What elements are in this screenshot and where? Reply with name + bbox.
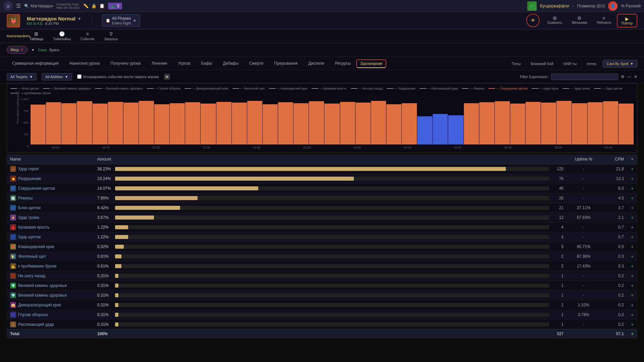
expand-btn-1[interactable]: + [627, 174, 637, 184]
table-row: 🩸 Кровавая ярость 1.22% 4 - 0.7 + [7, 223, 637, 232]
expand-btn-13[interactable]: + [627, 291, 637, 300]
expand-btn-14[interactable]: + [627, 300, 637, 310]
total-expand[interactable]: + [627, 329, 637, 339]
chart-close-icon[interactable]: ✕ [634, 74, 637, 79]
ability-filter[interactable]: All Abilities ▼ [42, 73, 72, 80]
expand-btn-9[interactable]: + [627, 252, 637, 261]
bar-7 [139, 101, 154, 144]
spell-icon-devastate: 💥 [10, 176, 16, 182]
spell-battle-shout[interactable]: Командирский крик [18, 244, 54, 249]
expand-btn-3[interactable]: + [627, 193, 637, 203]
tab-resources[interactable]: Ресурсы [330, 58, 356, 69]
tab-debuffs[interactable]: Дебафы [218, 58, 244, 69]
spell-health-stone-1[interactable]: Великий камень здоровья [18, 283, 67, 288]
tab-healing[interactable]: Лечение [146, 58, 173, 69]
phase-selector[interactable]: 📋 All Phases Entire Fight ▼ [102, 14, 141, 27]
filter-gear-icon[interactable]: ⚙ [621, 74, 625, 79]
lock-icon[interactable]: 🔒 [91, 3, 97, 8]
pill-peter[interactable]: петер [583, 60, 600, 67]
spell-no-retreat[interactable]: Ни шагу назад [18, 274, 45, 278]
target-filter[interactable]: All Targets ▼ [7, 73, 37, 80]
spell-shield-block[interactable]: Блок щитом [18, 205, 41, 210]
compare-button[interactable]: ⊞ Сравнить [543, 14, 566, 27]
spell-icon-shield-slam: 🛡 [10, 185, 16, 191]
mechanics-button[interactable]: ⚙ Механики [568, 14, 591, 27]
player-tag-remove[interactable]: ✕ [20, 47, 24, 52]
bar-26 [433, 114, 448, 144]
spell-devastate[interactable]: Разрушение [18, 176, 41, 181]
ignore-deaths-label[interactable]: Игнорировать события после смерти игрока [77, 74, 159, 79]
replay-button[interactable]: ▶ Повтор [617, 14, 637, 27]
spell-blood-rage[interactable]: Кровавая ярость [18, 225, 50, 230]
lang-selector[interactable]: % Русский [621, 4, 641, 8]
queries-button[interactable]: ⚲ Запросы [100, 30, 122, 42]
tables-button[interactable]: ⊞ Таблицы [25, 30, 47, 42]
boss-dropdown[interactable]: ▼ [77, 16, 82, 21]
filter-expression-input[interactable] [551, 73, 618, 80]
expand-btn-7[interactable]: + [627, 232, 637, 242]
bar-33 [541, 103, 556, 144]
legend-demoralizing: — Деморализующий крик [184, 87, 228, 90]
spell-revenge[interactable]: Реванш [18, 196, 33, 200]
pill-nii[interactable]: НИИ ты [559, 60, 580, 67]
events-button[interactable]: ≡ События [76, 30, 98, 42]
filter-dropdown[interactable]: ▼ [31, 48, 35, 52]
table-row: 📣 Командирский крик 0.92% 3 95.71% 0.5 + [7, 242, 637, 252]
spell-demoralizing[interactable]: Деморализующий крик [18, 303, 61, 307]
tab-damage-done[interactable]: Нанесено урона [64, 58, 105, 69]
ally-filter[interactable]: Свои [38, 48, 47, 52]
spell-thunder-clap[interactable]: Удар грома [18, 215, 39, 220]
expand-btn-6[interactable]: + [627, 223, 637, 232]
expand-btn-15[interactable]: + [627, 310, 637, 320]
tab-deaths[interactable]: Смерти [244, 58, 269, 69]
expand-btn-16[interactable]: + [627, 320, 637, 329]
share-icon[interactable]: 📋 [99, 3, 105, 8]
chart-legend: — Блок щитом — Великий камень здоровья —… [10, 87, 634, 95]
tab-summary[interactable]: Суммарная информация [7, 58, 64, 69]
spell-shield-bash[interactable]: Удар щитом [18, 235, 41, 239]
expand-btn-4[interactable]: + [627, 203, 637, 213]
expand-btn-10[interactable]: + [627, 261, 637, 271]
filter-right: Filter Expression: ⚙ — ✕ [520, 73, 637, 80]
expand-btn-5[interactable]: + [627, 213, 637, 223]
player-tag[interactable]: Феш ✕ [7, 46, 28, 54]
pill-pets[interactable]: Петы [508, 60, 525, 67]
tab-interrupts[interactable]: Прерывания [269, 58, 303, 69]
expand-btn-12[interactable]: + [627, 281, 637, 291]
spell-armor-pen[interactable]: к пробиванию брони [18, 264, 56, 268]
twitch-button[interactable]: 📺 5 [108, 3, 122, 9]
sep1 [23, 32, 24, 41]
spell-iron-shield[interactable]: Железный щит [18, 254, 46, 259]
edit-icon[interactable]: ✏️ [83, 3, 89, 8]
cast-by-spell-dropdown[interactable]: Cast By Spell ▼ [603, 60, 637, 67]
tab-threat[interactable]: Угроза [173, 58, 196, 69]
spell-cleave[interactable]: Рассекающий удар [18, 322, 54, 327]
analyze-button[interactable]: 👁 [526, 14, 540, 27]
pill-melee[interactable]: Ближний бой [527, 60, 557, 67]
spell-health-stone-2[interactable]: Великий камень здоровья [18, 293, 67, 298]
enemy-filter[interactable]: Враги [49, 48, 59, 52]
tab-dispels[interactable]: Диспели [303, 58, 329, 69]
tab-buffs[interactable]: Бафы [196, 58, 218, 69]
expand-btn-0[interactable]: + [627, 164, 637, 174]
expand-btn-2[interactable]: + [627, 184, 637, 193]
ignore-deaths-checkbox[interactable] [77, 74, 82, 79]
spell-icon-health-stone-1: 💎 [10, 283, 16, 289]
expand-btn-8[interactable]: + [627, 242, 637, 252]
spell-icon-deaf-defense: 🛡 [10, 312, 16, 318]
report-header: 👹 Магтеридон Normal ▼ Kill (5:43) 8:16 P… [0, 12, 644, 29]
search-bar[interactable]: 🔍 Магтеридон [24, 4, 53, 8]
filter-color-swatch[interactable]: ▣ [164, 74, 170, 80]
spell-deaf-defense[interactable]: Глухая оборона [18, 312, 48, 317]
ratings-button[interactable]: ≡ Рейтинги [593, 14, 615, 27]
tab-spells[interactable]: Заклинания [356, 59, 386, 68]
spell-shield-slam[interactable]: Сокрушение щитом [18, 186, 55, 191]
expand-btn-11[interactable]: + [627, 271, 637, 281]
timeline-button[interactable]: 🕐 Тайм­лайны [49, 30, 75, 42]
bar-35 [572, 103, 587, 144]
tab-damage-taken[interactable]: Получено урона [105, 58, 146, 69]
spell-heroic-strike[interactable]: Удар героя [18, 167, 39, 171]
minimize-icon[interactable]: — [627, 74, 631, 79]
hamburger-menu[interactable]: ☰ [16, 3, 21, 9]
username[interactable]: Вундерваффли [540, 4, 569, 8]
